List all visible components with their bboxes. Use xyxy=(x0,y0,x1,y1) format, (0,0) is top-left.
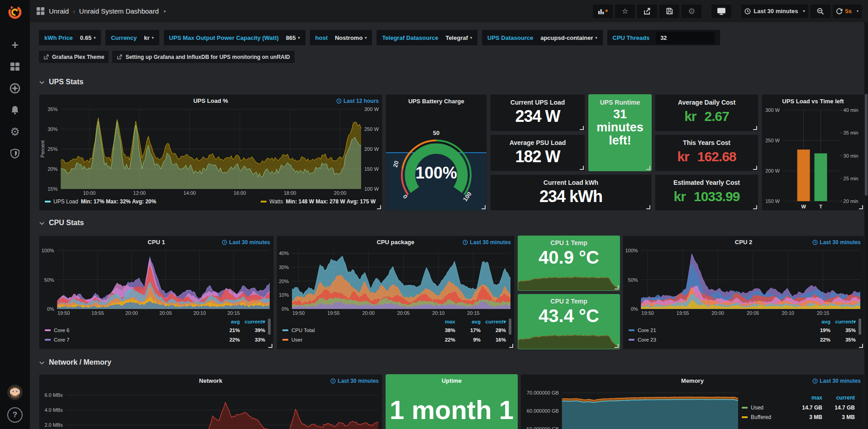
legend-sort-column[interactable]: avg xyxy=(215,319,240,324)
create-icon[interactable]: + xyxy=(6,37,24,53)
dashboard-settings-gear-icon[interactable]: ⚙ xyxy=(682,5,701,18)
zoom-out-button[interactable] xyxy=(811,5,830,18)
series-name[interactable]: Watts xyxy=(269,198,283,205)
var-kwh-price-value[interactable]: 0.65 xyxy=(80,34,91,41)
dashboards-icon[interactable] xyxy=(6,59,24,74)
panel-title[interactable]: UPS Load vs Time left xyxy=(782,98,844,105)
legend-sort-column[interactable]: current▾ xyxy=(240,318,265,325)
panel-title[interactable]: CPU 1 xyxy=(148,239,165,246)
refresh-button[interactable]: 5s ▾ xyxy=(833,5,862,18)
panel-resize-handle[interactable] xyxy=(646,205,650,209)
breadcrumb-dashboard[interactable]: Unraid System Dashboard xyxy=(79,7,159,15)
section-network-memory[interactable]: Network / Memory xyxy=(39,358,111,366)
legend-scrollbar[interactable] xyxy=(268,318,271,335)
series-name[interactable]: Core 23 xyxy=(638,337,656,342)
apps-grid-icon[interactable] xyxy=(36,7,45,15)
breadcrumb-app[interactable]: Unraid xyxy=(49,7,69,15)
panel-title[interactable]: Estimated Yearly Cost xyxy=(655,179,758,186)
panel-resize-handle[interactable] xyxy=(753,126,757,130)
panel-resize-handle[interactable] xyxy=(753,205,757,209)
panel-resize-handle[interactable] xyxy=(859,205,863,209)
ups-load-chart[interactable]: 15%20%25%30%35%100 W150 W200 W250 W300 W… xyxy=(39,106,382,197)
user-avatar[interactable] xyxy=(7,385,23,400)
series-name[interactable]: Core 6 xyxy=(54,328,70,333)
legend-sort-column[interactable]: current▾ xyxy=(481,318,506,325)
panel-title[interactable]: CPU 2 xyxy=(735,239,752,246)
legend-sort-column[interactable]: current xyxy=(822,395,855,401)
panel-resize-handle[interactable] xyxy=(268,344,272,348)
series-name[interactable]: Core 7 xyxy=(54,337,70,342)
grafana-logo[interactable] xyxy=(6,3,24,20)
var-telegraf-datasource-value[interactable]: Telegraf xyxy=(445,34,468,41)
panel-title[interactable]: This Years Cost xyxy=(655,139,758,146)
series-name[interactable]: CPU Total xyxy=(291,328,315,333)
panel-resize-handle[interactable] xyxy=(753,166,757,170)
time-override[interactable]: Last 30 minutes xyxy=(222,239,270,246)
time-override[interactable]: Last 30 minutes xyxy=(330,378,379,384)
cycle-view-monitor-icon[interactable] xyxy=(711,5,731,18)
panel-resize-handle[interactable] xyxy=(509,344,513,348)
load-vs-time-chart[interactable]: 150 W200 W250 W300 W20 min25 min30 min35… xyxy=(762,107,864,209)
link-ups-monitoring-guide[interactable]: Setting up Grafana and InfluxDB for UPS … xyxy=(112,51,294,63)
cpu-threads-input[interactable]: 32 xyxy=(656,32,715,44)
cpu1-chart[interactable]: 0%50%100%19:5019:5520:0020:0520:1020:15 xyxy=(39,248,273,317)
alerting-bell-icon[interactable] xyxy=(6,102,24,118)
section-ups-stats[interactable]: UPS Stats xyxy=(39,78,83,86)
section-cpu-stats[interactable]: CPU Stats xyxy=(39,219,84,227)
link-grafana-plex-theme[interactable]: Grafana Plex Theme xyxy=(39,51,109,63)
add-panel-button[interactable] xyxy=(593,5,613,18)
panel-title[interactable]: Network xyxy=(199,377,222,384)
save-button[interactable] xyxy=(659,5,679,18)
panel-resize-handle[interactable] xyxy=(615,285,619,289)
panel-title[interactable]: Memory xyxy=(681,377,704,384)
share-button[interactable] xyxy=(637,5,657,18)
series-name[interactable]: Buffered xyxy=(751,414,771,420)
page-scrollbar-track[interactable] xyxy=(864,22,868,429)
panel-resize-handle[interactable] xyxy=(859,344,863,348)
var-currency-value[interactable]: kr xyxy=(144,34,149,41)
configuration-gear-icon[interactable]: ⚙ xyxy=(6,124,24,140)
series-name[interactable]: Core 21 xyxy=(638,328,656,333)
page-scrollbar-thumb[interactable] xyxy=(865,94,868,196)
panel-title[interactable]: CPU 2 Temp xyxy=(518,298,620,305)
var-ups-datasource-value[interactable]: apcupsd-container xyxy=(540,34,593,41)
panel-resize-handle[interactable] xyxy=(646,166,650,170)
panel-resize-handle[interactable] xyxy=(482,205,486,209)
panel-resize-handle[interactable] xyxy=(615,344,619,348)
panel-resize-handle[interactable] xyxy=(580,166,584,170)
legend-scrollbar[interactable] xyxy=(509,318,511,335)
time-override[interactable]: Last 30 minutes xyxy=(812,239,861,246)
server-admin-shield-icon[interactable] xyxy=(6,146,24,161)
panel-title[interactable]: UPS Runtime xyxy=(589,99,651,106)
help-icon[interactable]: ? xyxy=(7,407,23,423)
legend-scrollbar[interactable] xyxy=(858,318,861,335)
var-host-value[interactable]: Nostromo xyxy=(335,34,362,41)
explore-icon[interactable] xyxy=(6,81,24,96)
series-name[interactable]: Used xyxy=(751,405,763,411)
panel-title[interactable]: CPU package xyxy=(377,239,414,246)
dashboard-dropdown-caret-icon[interactable]: ▾ xyxy=(164,9,166,14)
cpu-package-chart[interactable]: 0%10%20%30%40%19:5019:5520:0020:0520:102… xyxy=(277,248,514,317)
panel-resize-handle[interactable] xyxy=(580,126,584,130)
panel-title[interactable]: Average Daily Cost xyxy=(655,99,758,106)
var-ups-max-output-value[interactable]: 865 xyxy=(286,34,296,41)
legend-sort-column[interactable]: avg xyxy=(805,319,830,324)
time-override[interactable]: Last 30 minutes xyxy=(463,239,511,246)
panel-resize-handle[interactable] xyxy=(377,205,381,209)
star-button[interactable]: ☆ xyxy=(615,5,635,18)
time-override[interactable]: Last 30 minutes xyxy=(812,378,861,384)
network-chart[interactable]: 2.0 MBs4.0 MBs6.0 MBs xyxy=(39,386,382,429)
time-override[interactable]: Last 12 hours xyxy=(336,98,379,104)
series-name[interactable]: User xyxy=(291,337,302,342)
time-range-picker[interactable]: Last 30 minutes ▾ xyxy=(741,5,808,18)
legend-sort-column[interactable]: current▾ xyxy=(830,318,856,325)
series-name[interactable]: UPS Load xyxy=(53,198,78,205)
legend-sort-column[interactable]: max xyxy=(430,319,455,324)
panel-title[interactable]: Uptime xyxy=(442,377,462,384)
panel-title[interactable]: Average PSU Load xyxy=(491,139,585,146)
panel-title[interactable]: CPU 1 Temp xyxy=(518,239,620,246)
panel-title[interactable]: Current UPS Load xyxy=(491,99,585,106)
panel-title[interactable]: UPS Load % xyxy=(193,97,228,104)
cpu2-chart[interactable]: 0%50%100%19:5019:5520:0020:0520:1020:15 xyxy=(623,248,864,317)
legend-sort-column[interactable]: max xyxy=(790,395,822,401)
